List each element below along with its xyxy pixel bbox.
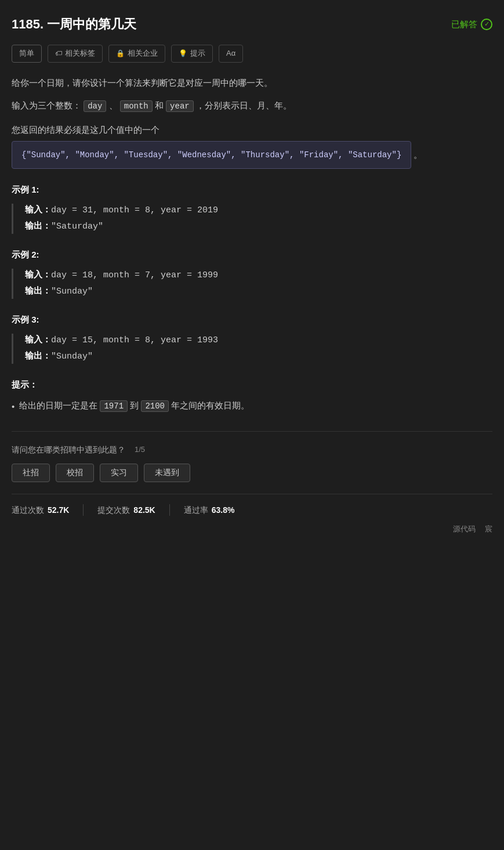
stat-pass-count-value: 52.7K [48,504,69,516]
hint-year-start: 1971 [100,400,128,412]
stat-divider-2 [169,504,170,516]
description-3: 您返回的结果必须是这几个值中的一个 {"Sunday", "Monday", "… [12,122,492,169]
description-1: 给你一个日期，请你设计一个算法来判断它是对应一周中的哪一天。 [12,75,492,91]
example-3-title: 示例 3: [12,313,492,327]
survey-section: 请问您在哪类招聘中遇到此题？ 1/5 社招 校招 实习 未遇到 [12,443,492,482]
example-3-input: 输入：day = 15, month = 8, year = 1993 [25,334,492,348]
stat-divider-1 [83,504,84,516]
example-section-1: 示例 1: 输入：输入：day = 31, month = 8, year = … [12,183,492,234]
tag-simple-label: 简单 [19,48,34,60]
stat-pass-rate-value: 63.8% [212,504,235,516]
solved-label: 已解答 [451,17,477,31]
desc2-sep1: 、 [109,100,118,110]
lock-icon: 🔒 [116,48,125,59]
user-link[interactable]: 宸 [485,523,492,536]
survey-count: 1/5 [135,444,145,456]
desc3-suffix: 。 [414,147,422,164]
hint-section: 提示： • 给出的日期一定是在 1971 到 2100 年之间的有效日期。 [12,378,492,414]
tag-font-label: Aα [226,48,235,60]
code-month: month [120,100,153,112]
bulb-icon: 💡 [179,48,187,59]
code-year: year [166,100,194,112]
survey-btn-xiaozao[interactable]: 校招 [56,464,94,482]
source-code-link[interactable]: 源代码 [453,523,476,536]
code-day: day [84,100,106,112]
desc3-prefix: 您返回的结果必须是这几个值中的一个 [12,122,159,139]
tag-font[interactable]: Aα [219,45,243,63]
example-2-output: 输出："Sunday" [25,285,492,299]
stats-row: 通过次数 52.7K 提交次数 82.5K 通过率 63.8% [12,494,492,516]
tag-hints[interactable]: 💡 提示 [171,45,213,63]
example-2-block: 输入：day = 18, month = 7, year = 1999 输出："… [12,269,492,299]
values-box: {"Sunday", "Monday", "Tuesday", "Wednesd… [12,141,411,169]
tag-hints-label: 提示 [190,48,205,60]
survey-question-text: 请问您在哪类招聘中遇到此题？ [12,443,125,456]
check-icon: ✓ [481,19,492,30]
bottom-links: 源代码 宸 [12,516,492,536]
example-1-output: 输出："Saturday" [25,220,492,234]
hint-year-end: 2100 [141,400,169,412]
example-1-block: 输入：输入：day = 31, month = 8, year = 2019da… [12,204,492,234]
stat-pass-rate-label: 通过率 [184,504,208,516]
desc2-and: 和 [155,100,164,110]
example-2-input: 输入：day = 18, month = 7, year = 1999 [25,269,492,283]
desc2-prefix: 输入为三个整数： [12,100,81,110]
tag-related-companies[interactable]: 🔒 相关企业 [108,45,165,63]
tag-related-tags-label: 相关标签 [65,48,95,60]
example-3-output: 输出："Sunday" [25,350,492,364]
desc2-suffix: ，分别表示日、月、年。 [196,100,292,110]
solved-badge: 已解答 ✓ [451,17,492,31]
survey-btn-not-encountered[interactable]: 未遇到 [144,464,190,482]
example-2-title: 示例 2: [12,248,492,262]
example-section-3: 示例 3: 输入：day = 15, month = 8, year = 199… [12,313,492,364]
tag-icon: 🏷 [55,48,62,59]
description-2: 输入为三个整数： day 、 month 和 year ，分别表示日、月、年。 [12,98,492,114]
survey-buttons: 社招 校招 实习 未遇到 [12,464,492,482]
hint-title: 提示： [12,378,492,392]
stat-submit-count: 提交次数 82.5K [97,504,169,516]
stat-submit-count-label: 提交次数 [97,504,130,516]
survey-btn-shixi[interactable]: 实习 [100,464,138,482]
tag-related-companies-label: 相关企业 [128,48,158,60]
page-title: 1185. 一周中的第几天 [12,14,136,34]
tag-related-tags[interactable]: 🏷 相关标签 [48,45,103,63]
tag-simple[interactable]: 简单 [12,45,42,63]
tags-row: 简单 🏷 相关标签 🔒 相关企业 💡 提示 Aα [12,45,492,63]
hint-text: 给出的日期一定是在 1971 到 2100 年之间的有效日期。 [19,399,249,413]
example-1-input: 输入：输入：day = 31, month = 8, year = 2019da… [25,204,492,218]
stat-pass-count-label: 通过次数 [12,504,44,516]
stat-pass-count: 通过次数 52.7K [12,504,83,516]
example-section-2: 示例 2: 输入：day = 18, month = 7, year = 199… [12,248,492,299]
example-1-title: 示例 1: [12,183,492,197]
hint-bullet: • [12,400,14,414]
hint-item: • 给出的日期一定是在 1971 到 2100 年之间的有效日期。 [12,399,492,414]
stat-pass-rate: 通过率 63.8% [184,504,249,516]
example-3-block: 输入：day = 15, month = 8, year = 1993 输出："… [12,334,492,364]
stat-submit-count-value: 82.5K [133,504,155,516]
divider-1 [12,431,492,432]
title-row: 1185. 一周中的第几天 已解答 ✓ [12,14,492,34]
survey-btn-shezao[interactable]: 社招 [12,464,50,482]
survey-question-row: 请问您在哪类招聘中遇到此题？ 1/5 [12,443,492,456]
